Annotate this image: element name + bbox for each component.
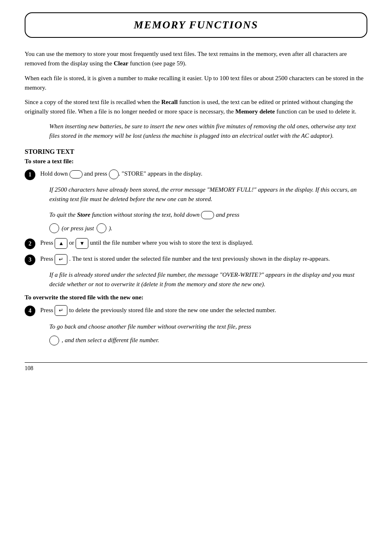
step-2-content: Press ▲ or ▼ until the file number where…	[40, 238, 367, 249]
paragraph-3: Since a copy of the stored text file is …	[25, 97, 367, 117]
arrow-up-key: ▲	[55, 238, 67, 249]
circle-key-3	[49, 336, 59, 345]
step-4-number: 4	[25, 306, 35, 316]
step-3-block: 3 Press ↵ . The text is stored under the…	[25, 254, 367, 265]
step-1-block: 1 Hold down and press . "STORE" appears …	[25, 169, 367, 180]
or-press-just: (or press just	[62, 223, 94, 234]
step-4-text: Press ↵ to delete the previously stored …	[40, 307, 276, 313]
paragraph-1: You can use the memory to store your mos…	[25, 49, 367, 69]
circle-key-2	[97, 223, 106, 233]
step-4-note-end: , and then select a different file numbe…	[62, 335, 159, 346]
clear-bold: Clear	[114, 60, 129, 67]
enter-key-1: ↵	[55, 254, 67, 265]
circle-key-1	[49, 223, 59, 233]
step-1-number: 1	[25, 169, 35, 180]
step-4-note: To go back and choose another file numbe…	[49, 321, 367, 346]
memory-delete-bold: Memory delete	[235, 108, 275, 115]
step-2-number: 2	[25, 239, 35, 249]
step-4-note-line2: , and then select a different file numbe…	[49, 335, 367, 346]
step-3-number: 3	[25, 255, 35, 265]
arrow-down-key: ▼	[76, 238, 88, 249]
step-1-note-2-text: To quit the Store function without stori…	[49, 211, 240, 218]
step-4-block: 4 Press ↵ to delete the previously store…	[25, 305, 367, 316]
code-key-oval-2	[201, 211, 214, 219]
step-1-note-1: If 2500 characters have already been sto…	[49, 185, 367, 204]
enter-key-2: ↵	[55, 305, 67, 316]
step-1-text: Hold down and press . "STORE" appears in…	[40, 170, 202, 177]
page-footer: 108	[25, 362, 367, 372]
code-key-oval	[69, 170, 83, 178]
store-key-circle	[109, 169, 119, 179]
page-number: 108	[25, 365, 33, 371]
recall-bold: Recall	[161, 99, 178, 105]
step-2-block: 2 Press ▲ or ▼ until the file number whe…	[25, 238, 367, 249]
paragraph-2: When each file is stored, it is given a …	[25, 74, 367, 93]
step-4-content: Press ↵ to delete the previously stored …	[40, 305, 367, 316]
overwrite-heading: To overwrite the stored file with the ne…	[25, 294, 367, 301]
step-1-note-2-line2: (or press just ).	[49, 223, 367, 234]
step-3-content: Press ↵ . The text is stored under the s…	[40, 254, 367, 265]
step-1-content: Hold down and press . "STORE" appears in…	[40, 169, 367, 179]
battery-note: When inserting new batteries, be sure to…	[49, 122, 367, 141]
close-paren: ).	[109, 223, 113, 234]
step-1-note-2: To quit the Store function without stori…	[49, 209, 367, 234]
section-heading-storing: STORING TEXT	[25, 148, 367, 155]
step-3-note: If a file is already stored under the se…	[49, 270, 367, 290]
page-title: MEMORY FUNCTIONS	[38, 19, 354, 31]
store-bold: Store	[77, 211, 90, 218]
sub-heading-store-file: To store a text file:	[25, 158, 367, 165]
step-3-text: Press ↵ . The text is stored under the s…	[40, 255, 330, 262]
step-2-text: Press ▲ or ▼ until the file number where…	[40, 239, 253, 246]
step-4-note-text: To go back and choose another file numbe…	[49, 323, 251, 330]
page-title-box: MEMORY FUNCTIONS	[25, 12, 367, 38]
